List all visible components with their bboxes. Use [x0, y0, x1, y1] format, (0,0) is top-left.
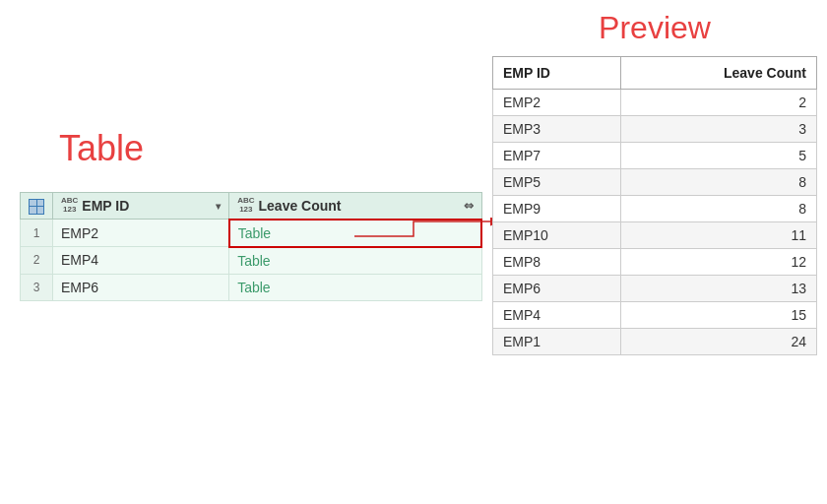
preview-table-row: EMP812 — [493, 249, 817, 276]
preview-emp-id-cell: EMP1 — [493, 329, 621, 355]
leave-count-col-header[interactable]: ABC123 Leave Count ⇔ — [229, 193, 481, 220]
preview-emp-id-cell: EMP10 — [493, 222, 621, 249]
expand-icon[interactable]: ⇔ — [464, 199, 474, 213]
preview-table-row: EMP98 — [493, 196, 817, 222]
preview-emp-id-cell: EMP5 — [493, 169, 621, 196]
preview-emp-id-cell: EMP2 — [493, 90, 621, 116]
emp-id-cell-2: EMP4 — [53, 247, 229, 275]
preview-table-row: EMP22 — [493, 90, 817, 116]
preview-leave-count-cell: 3 — [621, 116, 817, 143]
arrow — [315, 217, 512, 276]
preview-leave-count-cell: 8 — [621, 196, 817, 222]
row-num-2: 2 — [21, 247, 53, 275]
row-num-3: 3 — [21, 274, 53, 300]
preview-table-row: EMP415 — [493, 302, 817, 329]
table-label: Table — [59, 128, 144, 169]
preview-emp-id-cell: EMP3 — [493, 116, 621, 143]
preview-emp-id-cell: EMP4 — [493, 302, 621, 329]
type-icon-emp: ABC123 — [61, 197, 78, 215]
preview-leave-count-cell: 12 — [621, 249, 817, 276]
right-section: Preview EMP ID Leave Count EMP22EMP33EMP… — [492, 10, 817, 355]
preview-emp-id-cell: EMP9 — [493, 196, 621, 222]
preview-emp-id-cell: EMP8 — [493, 249, 621, 276]
left-section: Table — [0, 0, 492, 504]
emp-id-col-label: EMP ID — [82, 198, 129, 214]
preview-table-row: EMP33 — [493, 116, 817, 143]
preview-leave-count-cell: 5 — [621, 143, 817, 169]
emp-id-col-header[interactable]: ABC123 EMP ID ▾ — [53, 193, 229, 220]
preview-table: EMP ID Leave Count EMP22EMP33EMP75EMP58E… — [492, 56, 817, 355]
row-num-1: 1 — [21, 220, 53, 247]
type-icon-leave: ABC123 — [237, 197, 254, 215]
leave-count-cell-3: Table — [229, 274, 481, 300]
table-row: 3 EMP6 Table — [21, 274, 482, 300]
preview-leave-count-cell: 15 — [621, 302, 817, 329]
preview-table-row: EMP58 — [493, 169, 817, 196]
preview-table-row: EMP75 — [493, 143, 817, 169]
emp-id-cell-1: EMP2 — [53, 220, 229, 247]
preview-table-row: EMP613 — [493, 276, 817, 302]
preview-leave-count-cell: 24 — [621, 329, 817, 355]
preview-emp-id-cell: EMP6 — [493, 276, 621, 302]
preview-emp-id-header: EMP ID — [493, 57, 621, 90]
preview-emp-id-cell: EMP7 — [493, 143, 621, 169]
preview-leave-count-cell: 11 — [621, 222, 817, 249]
preview-table-row: EMP124 — [493, 329, 817, 355]
preview-leave-count-header: Leave Count — [621, 57, 817, 90]
preview-leave-count-cell: 8 — [621, 169, 817, 196]
preview-leave-count-cell: 2 — [621, 90, 817, 116]
leave-count-col-label: Leave Count — [259, 198, 342, 214]
emp-id-cell-3: EMP6 — [53, 274, 229, 300]
preview-label: Preview — [492, 10, 817, 46]
emp-id-dropdown[interactable]: ▾ — [216, 201, 221, 212]
preview-leave-count-cell: 13 — [621, 276, 817, 302]
preview-table-row: EMP1011 — [493, 222, 817, 249]
row-num-header — [21, 193, 53, 220]
